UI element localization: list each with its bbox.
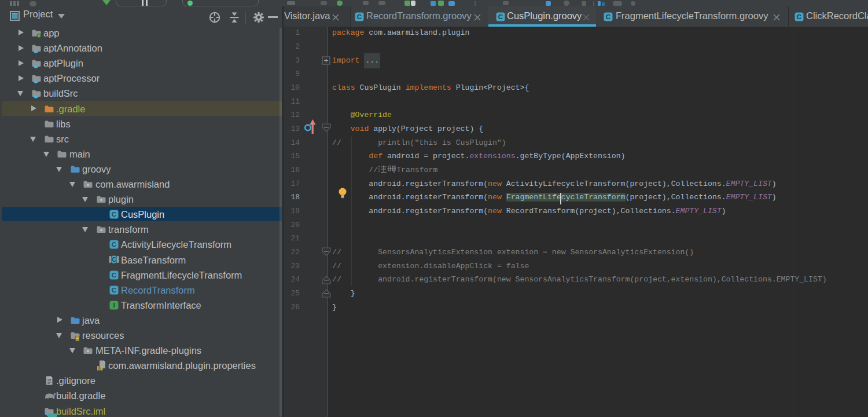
svg-text:C: C [112, 256, 116, 263]
svg-text:C: C [112, 272, 116, 279]
svg-text:C: C [606, 13, 610, 20]
svg-text:C: C [357, 13, 362, 20]
svg-text:C: C [498, 13, 503, 20]
svg-text:I: I [113, 302, 115, 309]
svg-text:C: C [112, 211, 116, 218]
svg-text:C: C [112, 287, 116, 294]
svg-text:C: C [797, 13, 801, 20]
svg-text:C: C [112, 241, 116, 248]
